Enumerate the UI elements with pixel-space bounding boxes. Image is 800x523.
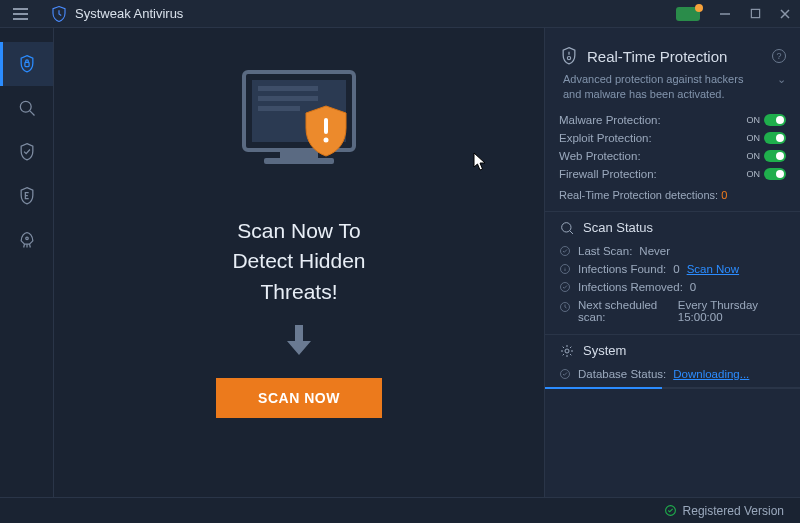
svg-rect-8 [258, 106, 300, 111]
web-toggle[interactable] [764, 150, 786, 162]
detections-label: Real-Time Protection detections: [559, 189, 718, 201]
svg-rect-7 [258, 96, 318, 101]
svg-rect-6 [258, 86, 318, 91]
upgrade-badge-icon[interactable] [676, 7, 700, 21]
minimize-button[interactable] [716, 5, 734, 23]
last-scan-label: Last Scan: [578, 245, 632, 257]
arrow-down-icon [285, 323, 313, 360]
infections-found-label: Infections Found: [578, 263, 666, 275]
system-title: System [583, 343, 626, 358]
exploit-label: Exploit Protection: [559, 132, 747, 144]
shield-check-icon [17, 142, 37, 162]
exploit-toggle[interactable] [764, 132, 786, 144]
app-brand: Systweak Antivirus [50, 5, 183, 23]
rtp-subtitle-row[interactable]: Advanced protection against hackers and … [559, 72, 786, 103]
hamburger-menu[interactable] [6, 0, 34, 28]
svg-point-19 [565, 349, 569, 353]
scan-status-icon [559, 220, 575, 236]
detections-value: 0 [721, 189, 727, 201]
check-circle-icon [559, 368, 571, 380]
db-progress-bar [545, 387, 800, 389]
firewall-label: Firewall Protection: [559, 168, 747, 180]
search-icon [17, 98, 37, 118]
check-circle-icon [664, 504, 677, 517]
firewall-toggle[interactable] [764, 168, 786, 180]
rocket-icon [17, 230, 37, 250]
registered-label: Registered Version [683, 504, 784, 518]
svg-point-14 [562, 222, 571, 231]
info-icon [559, 263, 571, 275]
rtp-subtitle: Advanced protection against hackers and … [563, 72, 763, 103]
svg-point-13 [567, 56, 570, 59]
next-scan-label: Next scheduled scan: [578, 299, 671, 323]
check-circle-icon [559, 281, 571, 293]
svg-point-12 [324, 138, 329, 143]
sidebar-item-quarantine[interactable] [0, 174, 53, 218]
toggle-on-label: ON [747, 115, 761, 125]
maximize-button[interactable] [746, 5, 764, 23]
chevron-down-icon: ⌄ [777, 72, 786, 87]
shield-e-icon [17, 186, 37, 206]
infections-found-value: 0 [673, 263, 679, 275]
sidebar-item-status[interactable] [0, 42, 53, 86]
svg-point-2 [20, 101, 31, 112]
malware-toggle[interactable] [764, 114, 786, 126]
infections-removed-label: Infections Removed: [578, 281, 683, 293]
brand-shield-icon [50, 5, 68, 23]
monitor-illustration [224, 66, 374, 196]
sidebar-item-boost[interactable] [0, 218, 53, 262]
svg-point-3 [25, 237, 28, 240]
svg-rect-0 [751, 9, 759, 17]
infections-removed-value: 0 [690, 281, 696, 293]
rtp-title: Real-Time Protection [587, 48, 727, 65]
app-title: Systweak Antivirus [75, 6, 183, 21]
hero-headline: Scan Now To Detect Hidden Threats! [232, 216, 365, 307]
clock-icon [559, 301, 571, 313]
db-status-label: Database Status: [578, 368, 666, 380]
gear-icon [559, 343, 575, 359]
svg-rect-9 [280, 150, 318, 158]
svg-rect-1 [24, 62, 28, 66]
close-button[interactable] [776, 5, 794, 23]
scan-status-title: Scan Status [583, 220, 653, 235]
sidebar-item-protection[interactable] [0, 130, 53, 174]
scan-now-link[interactable]: Scan Now [687, 263, 739, 275]
db-status-value[interactable]: Downloading... [673, 368, 749, 380]
next-scan-value: Every Thursday 15:00:00 [678, 299, 786, 323]
check-circle-icon [559, 245, 571, 257]
svg-rect-10 [264, 158, 334, 164]
web-label: Web Protection: [559, 150, 747, 162]
shield-lock-icon [17, 54, 37, 74]
scan-now-button[interactable]: SCAN NOW [216, 378, 382, 418]
malware-label: Malware Protection: [559, 114, 747, 126]
rtp-shield-icon [559, 46, 579, 66]
sidebar-item-scan[interactable] [0, 86, 53, 130]
svg-rect-11 [324, 118, 328, 134]
last-scan-value: Never [639, 245, 670, 257]
rtp-help-icon[interactable]: ? [772, 49, 786, 63]
